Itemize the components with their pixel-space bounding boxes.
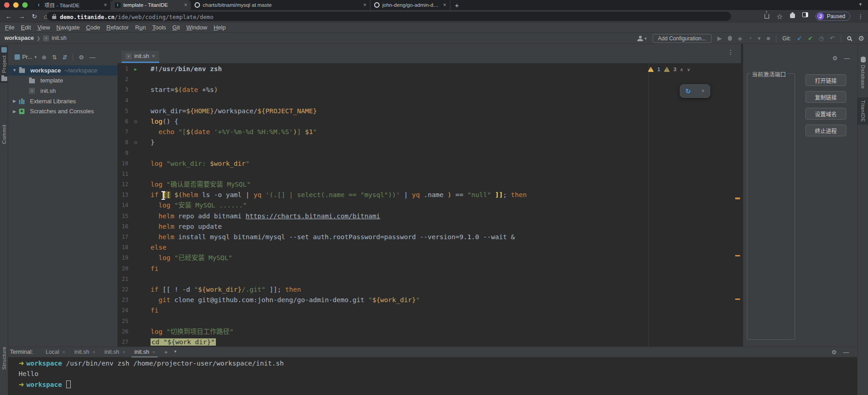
- fold-icon[interactable]: ⊟: [131, 116, 140, 127]
- terminal-output[interactable]: ➜ workspace /usr/bin/env zsh /home/proje…: [8, 358, 857, 395]
- refresh-icon[interactable]: ↻: [686, 87, 691, 95]
- menu-view[interactable]: View: [34, 24, 53, 31]
- update-icon[interactable]: ↙: [797, 35, 802, 42]
- ide-settings-gear-icon[interactable]: ⚙: [858, 34, 864, 43]
- tool-stripe-commit[interactable]: Commit: [0, 125, 8, 144]
- tab-close-icon[interactable]: ×: [122, 349, 125, 355]
- expand-all-icon[interactable]: ⇅: [52, 54, 57, 61]
- url-bar[interactable]: demo.titanide.cn/ide/web/coding/template…: [47, 12, 731, 21]
- menu-edit[interactable]: Edit: [18, 24, 34, 31]
- close-icon[interactable]: ×: [701, 88, 704, 94]
- tool-stripe-titanide[interactable]: TitanIDE: [858, 97, 868, 125]
- user-dropdown[interactable]: ▾: [637, 36, 647, 41]
- tool-stripe-structure[interactable]: Structure: [0, 347, 8, 370]
- play-icon[interactable]: ▶: [717, 35, 722, 42]
- tab-close-icon[interactable]: ×: [63, 349, 65, 355]
- share-icon[interactable]: [765, 14, 769, 19]
- menu-tools[interactable]: Tools: [149, 24, 169, 31]
- forward-icon[interactable]: →: [19, 13, 25, 20]
- tab-close-icon[interactable]: ×: [443, 2, 446, 8]
- add-configuration-button[interactable]: Add Configuration...: [653, 34, 712, 43]
- coverage-icon[interactable]: ◈: [738, 35, 742, 42]
- editor-options-kebab-icon[interactable]: ⋮: [727, 48, 734, 56]
- reload-icon[interactable]: ↻: [32, 13, 37, 20]
- new-tab-button[interactable]: +: [450, 1, 463, 9]
- locate-icon[interactable]: ⊕: [42, 54, 47, 61]
- commit-icon[interactable]: ✔: [808, 35, 813, 42]
- panel-hide-icon[interactable]: —: [844, 55, 850, 62]
- tab-close-icon[interactable]: ×: [152, 349, 155, 355]
- close-icon[interactable]: ×: [152, 53, 155, 59]
- zoom-window-button[interactable]: [22, 2, 28, 8]
- terminal-tab[interactable]: Local×: [41, 347, 70, 357]
- terminal-tab[interactable]: init.sh×: [70, 347, 100, 357]
- terminal-tab[interactable]: init.sh×: [130, 347, 160, 357]
- collapse-all-icon[interactable]: ⇵: [63, 54, 68, 61]
- menu-git[interactable]: Git: [169, 24, 183, 31]
- tree-item-scratches-and-consoles[interactable]: ▶✚Scratches and Consoles: [8, 106, 117, 116]
- inspections-widget[interactable]: ! 1 ! 3 ∧ ∨: [648, 67, 690, 72]
- port-button[interactable]: 复制链接: [805, 91, 846, 103]
- tab-close-icon[interactable]: ×: [104, 2, 107, 8]
- panel-settings-gear-icon[interactable]: ⚙: [832, 55, 838, 62]
- star-icon[interactable]: ☆: [776, 12, 783, 21]
- menu-refactor[interactable]: Refactor: [103, 24, 132, 31]
- hide-icon[interactable]: —: [89, 54, 95, 61]
- tree-chevron-icon[interactable]: ▶: [12, 99, 17, 103]
- minimize-window-button[interactable]: [13, 2, 19, 8]
- rollback-icon[interactable]: ↶: [830, 35, 835, 42]
- terminal-chevron-down-icon[interactable]: ▾: [174, 349, 176, 356]
- menu-file[interactable]: File: [2, 24, 18, 31]
- stop-icon[interactable]: ■: [766, 35, 770, 42]
- search-everywhere-icon[interactable]: [847, 36, 851, 40]
- profile-icon[interactable]: ◔: [748, 35, 752, 42]
- back-icon[interactable]: ←: [5, 13, 12, 20]
- project-view-selector[interactable]: Pr... ▾: [15, 54, 37, 60]
- port-button[interactable]: 打开链接: [805, 74, 846, 86]
- tree-item-init-sh[interactable]: ›init.sh: [8, 86, 117, 96]
- breadcrumb-file[interactable]: init.sh: [52, 35, 67, 41]
- browser-tab[interactable]: charts/bitnami/mysql at maste×: [191, 0, 371, 10]
- run-line-icon[interactable]: ▶: [131, 64, 140, 74]
- browser-tab[interactable]: ttemplate - TitanIDE×: [111, 0, 191, 10]
- tool-stripe-project[interactable]: Project: [0, 45, 8, 83]
- close-window-button[interactable]: [4, 2, 10, 8]
- history-icon[interactable]: ◷: [819, 35, 824, 42]
- settings-icon[interactable]: ⚙: [78, 54, 84, 61]
- tree-chevron-icon[interactable]: ▶: [12, 109, 17, 114]
- code-area[interactable]: 1▶#!/usr/bin/env zsh23start=$(date +%s)4…: [117, 64, 741, 347]
- breadcrumb-workspace[interactable]: workspace: [5, 35, 34, 41]
- prev-inspection-icon[interactable]: ∧: [680, 67, 683, 72]
- browser-tab[interactable]: john-deng/go-admin-demo×: [371, 0, 450, 10]
- bug-icon[interactable]: [728, 36, 732, 41]
- tree-item-template[interactable]: template: [8, 76, 117, 86]
- tab-close-icon[interactable]: ×: [184, 2, 187, 8]
- browser-tab[interactable]: t项目 - TitanIDE×: [32, 0, 111, 10]
- profile-pill[interactable]: J Paused: [815, 12, 850, 21]
- menu-help[interactable]: Help: [210, 24, 229, 31]
- tree-item-external-libraries[interactable]: ▶External Libraries: [8, 96, 117, 106]
- tool-stripe-database[interactable]: Database: [858, 54, 868, 92]
- sidebar-icon[interactable]: [802, 12, 808, 17]
- refresh-popup[interactable]: ↻ ×: [680, 84, 710, 98]
- terminal-tab[interactable]: init.sh×: [100, 347, 130, 357]
- new-terminal-plus-icon[interactable]: +: [164, 349, 168, 356]
- menu-code[interactable]: Code: [83, 24, 103, 31]
- port-button[interactable]: 设置域名: [805, 108, 846, 120]
- editor-tab-init-sh[interactable]: › init.sh ×: [122, 51, 159, 63]
- port-button[interactable]: 终止进程: [805, 125, 846, 136]
- next-inspection-icon[interactable]: ∨: [687, 67, 690, 72]
- terminal-hide-icon[interactable]: —: [843, 349, 849, 356]
- fold-icon[interactable]: ⊟: [131, 137, 140, 148]
- terminal-settings-gear-icon[interactable]: ⚙: [831, 349, 837, 356]
- menu-run[interactable]: Run: [132, 24, 149, 31]
- tab-close-icon[interactable]: ×: [93, 349, 95, 355]
- tab-search-chevron-icon[interactable]: ▾: [859, 1, 862, 7]
- tab-close-icon[interactable]: ×: [363, 2, 366, 8]
- menu-navigate[interactable]: Navigate: [53, 24, 83, 31]
- tree-chevron-icon[interactable]: ▼: [12, 68, 17, 72]
- browser-menu-icon[interactable]: ⋮: [858, 13, 863, 20]
- extensions-icon[interactable]: [790, 14, 795, 18]
- menu-window[interactable]: Window: [183, 24, 210, 31]
- tree-item-workspace[interactable]: ▼workspace~/workspace: [8, 65, 117, 76]
